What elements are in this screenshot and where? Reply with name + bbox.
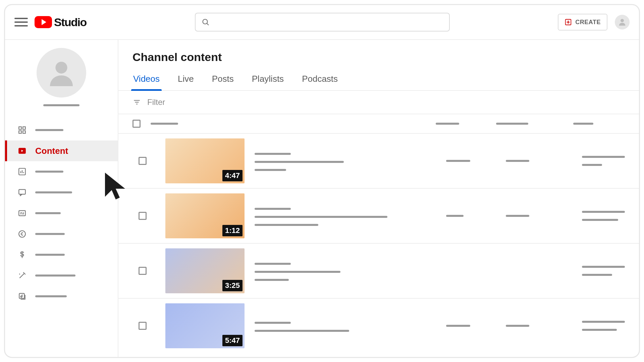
cell-placeholder	[582, 274, 612, 276]
magic-wand-icon	[18, 271, 26, 280]
sidebar-item-label	[35, 212, 61, 214]
person-icon	[45, 57, 77, 89]
sidebar-item-customization[interactable]	[5, 265, 118, 286]
video-desc-placeholder	[255, 224, 318, 226]
audio-library-icon	[18, 292, 26, 301]
channel-avatar[interactable]	[37, 48, 86, 98]
sidebar-item-analytics[interactable]	[5, 161, 118, 182]
tab-podcasts[interactable]: Podcasts	[301, 70, 338, 90]
page-title: Channel content	[118, 40, 639, 70]
sidebar-item-label	[35, 295, 67, 297]
cell-placeholder	[582, 329, 617, 331]
video-title-placeholder	[255, 208, 291, 210]
column-header	[436, 123, 459, 125]
cell-placeholder	[446, 160, 470, 162]
svg-point-0	[203, 19, 207, 24]
video-title-placeholder	[255, 153, 291, 155]
video-thumbnail[interactable]: 4:47	[165, 138, 245, 183]
sidebar-item-copyright[interactable]	[5, 224, 118, 244]
dashboard-icon	[18, 126, 26, 134]
svg-line-1	[207, 23, 209, 25]
row-checkbox[interactable]	[139, 157, 147, 165]
sidebar-nav: Content	[5, 120, 118, 307]
sidebar-item-subtitles[interactable]	[5, 203, 118, 224]
sidebar-item-content[interactable]: Content	[5, 140, 118, 161]
tab-playlists[interactable]: Playlists	[251, 70, 284, 90]
comments-icon	[18, 188, 26, 197]
video-thumbnail[interactable]: 1:12	[165, 193, 245, 238]
video-title-placeholder	[255, 263, 291, 265]
sidebar-item-label	[35, 171, 63, 173]
sidebar-item-label	[35, 275, 75, 277]
svg-rect-8	[23, 127, 25, 129]
create-label: CREATE	[575, 19, 601, 26]
table-row[interactable]: 3:25	[118, 244, 639, 299]
subtitles-icon	[18, 209, 26, 218]
app-header: Studio CREATE	[5, 5, 639, 40]
main-content: Channel content Videos Live Posts Playli…	[118, 40, 639, 357]
video-thumbnail[interactable]: 5:47	[165, 303, 245, 348]
dollar-icon	[18, 250, 26, 259]
cell-placeholder	[506, 325, 529, 327]
svg-point-6	[55, 62, 67, 73]
menu-button[interactable]	[14, 15, 28, 29]
copyright-icon	[18, 230, 26, 238]
channel-name-placeholder	[43, 104, 79, 106]
row-checkbox[interactable]	[139, 267, 147, 275]
video-desc-placeholder	[255, 330, 349, 332]
sidebar-item-audio-library[interactable]	[5, 286, 118, 307]
table-row[interactable]: 4:47	[118, 134, 639, 189]
cell-placeholder	[506, 215, 529, 217]
video-rows: 4:47	[118, 134, 639, 357]
sidebar-item-label	[35, 129, 63, 131]
account-avatar[interactable]	[615, 15, 630, 29]
filter-bar[interactable]: Filter	[118, 91, 639, 114]
video-meta	[255, 261, 340, 281]
create-button[interactable]: CREATE	[558, 14, 607, 31]
tab-live[interactable]: Live	[177, 70, 195, 90]
svg-line-24	[19, 273, 24, 278]
svg-line-26	[25, 274, 25, 275]
row-checkbox[interactable]	[139, 322, 147, 330]
svg-rect-10	[23, 131, 25, 133]
svg-rect-9	[19, 131, 21, 133]
video-duration: 1:12	[222, 225, 243, 236]
video-duration: 3:25	[222, 280, 243, 291]
content-tabs: Videos Live Posts Playlists Podcasts	[118, 70, 639, 91]
sidebar-item-comments[interactable]	[5, 182, 118, 203]
svg-rect-7	[19, 127, 21, 129]
studio-logo[interactable]: Studio	[35, 16, 87, 29]
video-desc-placeholder	[255, 216, 387, 218]
person-icon	[618, 17, 627, 27]
tab-videos[interactable]: Videos	[132, 70, 160, 90]
search-icon	[202, 18, 210, 26]
cell-placeholder	[582, 266, 625, 268]
svg-line-25	[23, 272, 24, 273]
sidebar-item-earn[interactable]	[5, 244, 118, 265]
svg-rect-17	[19, 189, 25, 194]
cell-placeholder	[582, 156, 625, 158]
video-desc-placeholder	[255, 279, 289, 281]
cell-placeholder	[582, 164, 602, 166]
video-desc-placeholder	[255, 169, 286, 171]
filter-icon	[132, 98, 141, 107]
search-input[interactable]	[214, 18, 443, 26]
cell-placeholder	[446, 325, 470, 327]
video-thumbnail[interactable]: 3:25	[165, 248, 245, 293]
row-checkbox[interactable]	[139, 212, 147, 220]
svg-point-23	[19, 231, 25, 237]
svg-point-5	[621, 19, 624, 22]
sidebar-item-dashboard[interactable]	[5, 120, 118, 140]
table-row[interactable]: 5:47	[118, 299, 639, 353]
cell-placeholder	[582, 211, 625, 213]
search-container	[93, 13, 551, 32]
search-box[interactable]	[195, 13, 450, 32]
select-all-checkbox[interactable]	[132, 120, 141, 128]
sidebar-item-label	[35, 254, 65, 256]
cell-placeholder	[582, 219, 618, 221]
column-header	[496, 123, 528, 125]
tab-posts[interactable]: Posts	[211, 70, 234, 90]
video-duration: 5:47	[222, 335, 243, 346]
logo-text: Studio	[54, 16, 87, 29]
table-row[interactable]: 1:12	[118, 189, 639, 244]
